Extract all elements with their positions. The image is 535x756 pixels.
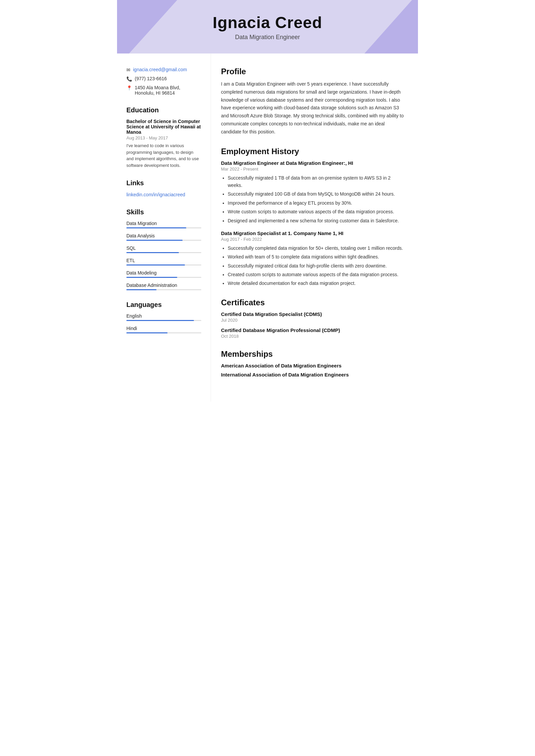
skill-bar-fill: [126, 227, 186, 228]
linkedin-link[interactable]: linkedin.com/in/ignaciacreed: [126, 192, 185, 197]
languages-list: English Hindi: [126, 313, 201, 333]
skill-item: Data Analysis: [126, 233, 201, 241]
job-bullets: Successfully migrated 1 TB of data from …: [221, 174, 405, 224]
job-item: Data Migration Engineer at Data Migratio…: [221, 160, 405, 224]
job-date: Aug 2017 - Feb 2022: [221, 237, 405, 242]
skill-name: Data Migration: [126, 221, 201, 226]
lang-bar-fill: [126, 320, 194, 321]
list-item: Wrote detailed documentation for each da…: [228, 280, 405, 287]
certs-list: Certified Data Migration Specialist (CDM…: [221, 311, 405, 339]
address-contact: 📍 1450 Ala Moana Blvd, Honolulu, HI 9681…: [126, 85, 201, 96]
contact-section: ✉ ignacia.creed@gmail.com 📞 (977) 123-66…: [126, 67, 201, 96]
job-bullets: Successfully completed data migration fo…: [221, 244, 405, 287]
education-heading: Education: [126, 106, 201, 114]
skill-name: Data Analysis: [126, 233, 201, 238]
candidate-title: Data Migration Engineer: [124, 34, 411, 41]
membership-item: American Association of Data Migration E…: [221, 363, 405, 368]
certificates-section: Certificates Certified Data Migration Sp…: [221, 298, 405, 339]
certificates-heading: Certificates: [221, 298, 405, 307]
job-title: Data Migration Specialist at 1. Company …: [221, 230, 405, 236]
skill-name: Data Modeling: [126, 270, 201, 276]
candidate-name: Ignacia Creed: [124, 13, 411, 32]
main-content: Profile I am a Data Migration Engineer w…: [211, 53, 418, 402]
address-text: 1450 Ala Moana Blvd, Honolulu, HI 96814: [135, 85, 180, 96]
list-item: Worked with team of 5 to complete data m…: [228, 253, 405, 260]
skill-item: SQL: [126, 245, 201, 253]
lang-bar-fill: [126, 332, 168, 333]
skill-item: ETL: [126, 258, 201, 265]
cert-title: Certified Database Migration Professiona…: [221, 327, 405, 333]
email-icon: ✉: [126, 67, 130, 73]
skill-item: Data Migration: [126, 221, 201, 228]
phone-text: (977) 123-6616: [135, 76, 167, 81]
lang-bar-bg: [126, 320, 201, 321]
sidebar: ✉ ignacia.creed@gmail.com 📞 (977) 123-66…: [117, 53, 211, 357]
skill-bar-fill: [126, 289, 156, 290]
edu-description: I've learned to code in various programm…: [126, 142, 201, 169]
cert-date: Jul 2020: [221, 318, 405, 323]
links-heading: Links: [126, 179, 201, 187]
list-item: Improved the performance of a legacy ETL…: [228, 199, 405, 207]
list-item: Successfully migrated 100 GB of data fro…: [228, 190, 405, 198]
skill-bar-fill: [126, 240, 183, 241]
skill-bar-bg: [126, 264, 201, 265]
languages-section: Languages English Hindi: [126, 301, 201, 333]
language-item: English: [126, 313, 201, 321]
phone-icon: 📞: [126, 76, 132, 82]
job-item: Data Migration Specialist at 1. Company …: [221, 230, 405, 287]
skill-item: Database Administration: [126, 283, 201, 290]
cert-item: Certified Database Migration Professiona…: [221, 327, 405, 339]
profile-text: I am a Data Migration Engineer with over…: [221, 80, 405, 136]
list-item: Successfully completed data migration fo…: [228, 244, 405, 252]
list-item: Designed and implemented a new schema fo…: [228, 217, 405, 224]
profile-heading: Profile: [221, 67, 405, 76]
email-link[interactable]: ignacia.creed@gmail.com: [133, 67, 187, 72]
skill-bar-bg: [126, 252, 201, 253]
links-section: Links linkedin.com/in/ignaciacreed: [126, 179, 201, 198]
memberships-heading: Memberships: [221, 349, 405, 359]
skill-bar-fill: [126, 277, 177, 278]
language-item: Hindi: [126, 326, 201, 333]
job-title: Data Migration Engineer at Data Migratio…: [221, 160, 405, 166]
skill-bar-fill: [126, 252, 179, 253]
cert-date: Oct 2018: [221, 334, 405, 339]
jobs-list: Data Migration Engineer at Data Migratio…: [221, 160, 405, 287]
header: Ignacia Creed Data Migration Engineer: [117, 0, 418, 53]
list-item: Successfully migrated 1 TB of data from …: [228, 174, 405, 189]
languages-heading: Languages: [126, 301, 201, 309]
skill-name: ETL: [126, 258, 201, 263]
job-date: Mar 2022 - Present: [221, 167, 405, 172]
cert-item: Certified Data Migration Specialist (CDM…: [221, 311, 405, 323]
cert-title: Certified Data Migration Specialist (CDM…: [221, 311, 405, 317]
list-item: Successfully migrated critical data for …: [228, 262, 405, 269]
list-item: Wrote custom scripts to automate various…: [228, 208, 405, 215]
employment-heading: Employment History: [221, 147, 405, 156]
skill-name: Database Administration: [126, 283, 201, 288]
skill-bar-fill: [126, 264, 185, 265]
main-layout: ✉ ignacia.creed@gmail.com 📞 (977) 123-66…: [117, 53, 418, 402]
email-contact: ✉ ignacia.creed@gmail.com: [126, 67, 201, 73]
edu-date: Aug 2013 - May 2017: [126, 135, 201, 140]
education-section: Education Bachelor of Science in Compute…: [126, 106, 201, 169]
language-name: Hindi: [126, 326, 201, 331]
skills-list: Data Migration Data Analysis SQL ETL Dat…: [126, 221, 201, 290]
memberships-section: Memberships American Association of Data…: [221, 349, 405, 377]
memberships-list: American Association of Data Migration E…: [221, 363, 405, 377]
lang-bar-bg: [126, 332, 201, 333]
language-name: English: [126, 313, 201, 319]
skill-item: Data Modeling: [126, 270, 201, 278]
list-item: Created custom scripts to automate vario…: [228, 271, 405, 278]
location-icon: 📍: [126, 85, 132, 91]
profile-section: Profile I am a Data Migration Engineer w…: [221, 67, 405, 136]
membership-item: International Association of Data Migrat…: [221, 372, 405, 377]
skill-name: SQL: [126, 245, 201, 251]
skills-heading: Skills: [126, 208, 201, 216]
skill-bar-bg: [126, 227, 201, 228]
skill-bar-bg: [126, 289, 201, 290]
skill-bar-bg: [126, 277, 201, 278]
edu-degree: Bachelor of Science in Computer Science …: [126, 119, 201, 135]
phone-contact: 📞 (977) 123-6616: [126, 76, 201, 82]
skills-section: Skills Data Migration Data Analysis SQL …: [126, 208, 201, 290]
employment-section: Employment History Data Migration Engine…: [221, 147, 405, 287]
skill-bar-bg: [126, 240, 201, 241]
